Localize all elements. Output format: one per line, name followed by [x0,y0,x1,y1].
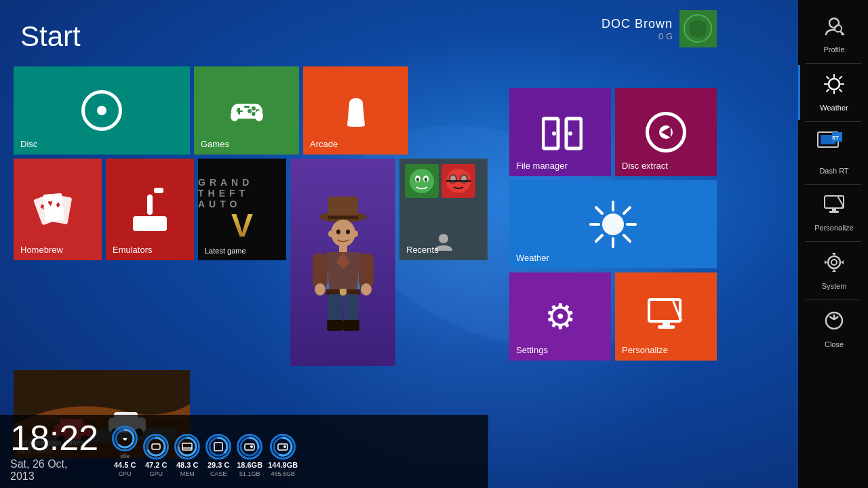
sidebar-personalize-label: Personalize [814,224,853,232]
svg-point-16 [336,230,340,235]
divider-3 [805,184,861,185]
svg-point-91 [283,445,286,448]
svg-rect-29 [359,253,374,287]
system-stats: ❤ idle 44.5 C CPU [112,426,298,477]
sidebar-item-personalize[interactable]: Personalize [798,186,868,240]
disc-extract-icon [646,112,686,152]
svg-line-112 [838,197,843,205]
svg-point-32 [410,169,434,193]
svg-rect-26 [327,320,343,331]
hdd1-ring [237,434,262,460]
stat-mem: 48.3 C MEM [174,434,200,477]
stat-case: 29.3 C CASE [205,434,231,477]
case-ring [205,434,231,460]
svg-point-36 [425,178,427,182]
tile-settings[interactable]: ⚙ Settings [509,272,611,361]
file-manager-icon [542,115,579,149]
tile-file-manager[interactable]: File manager [509,88,611,176]
tile-disc[interactable]: Disc [14,66,190,155]
mem-label: MEM [180,470,195,477]
tile-games[interactable]: Games [194,66,299,155]
svg-line-101 [827,77,829,79]
cpu-temp: 44.5 C [114,461,136,469]
svg-point-87 [250,445,253,448]
sidebar-item-close[interactable]: Close [798,302,868,357]
sidebar-item-weather[interactable]: Weather [798,65,868,120]
cards-icon: ♠ ♥ ♦ [37,192,78,226]
personalize-icon [648,298,685,335]
user-name: DOC Brown [601,17,673,31]
cowboy-svg [302,184,384,333]
svg-rect-79 [182,443,192,450]
svg-line-118 [830,317,833,319]
close-icon-sidebar [823,310,845,336]
personalize-icon-sidebar [823,195,845,220]
svg-point-18 [328,230,334,237]
svg-point-17 [346,230,350,235]
gpu-ring [143,434,169,460]
tile-arcade[interactable]: Arcade [303,66,408,155]
tile-arcade-label: Arcade [310,139,338,149]
tile-homebrew[interactable]: ♠ ♥ ♦ Homebrew [14,159,102,260]
svg-line-64 [596,235,602,241]
divider-4 [805,241,861,242]
right-tiles: File manager Disc extract [509,88,717,361]
stat-hdd2: 144.9GB 465.6GB [268,434,298,477]
sidebar-weather-label: Weather [820,104,848,112]
tile-latest-game[interactable]: Grand Theft Auto V Latest game [198,159,286,260]
svg-text:RT: RT [832,136,839,140]
svg-point-19 [353,230,358,237]
svg-point-55 [552,131,556,136]
hdd2-size: 144.9GB [268,461,298,469]
mem-ring [174,434,200,460]
profile-icon [823,15,845,41]
gamerscore-icon: G [666,31,673,41]
svg-point-43 [439,234,448,243]
sidebar-item-profile[interactable]: Profile [798,7,868,62]
tile-personalize[interactable]: Personalize [615,272,717,361]
gamepad-icon [228,97,266,124]
sidebar-item-system[interactable]: System [798,243,868,298]
tile-disc-extract[interactable]: Disc extract [615,88,717,176]
character-avatar [290,159,395,359]
tile-homebrew-label: Homebrew [20,245,63,255]
recent-icon-2 [441,164,475,198]
gpu-temp: 47.2 C [145,461,167,469]
svg-point-11 [255,110,263,121]
user-points: 0 G [601,31,673,41]
svg-rect-68 [658,325,675,329]
svg-line-62 [624,235,630,241]
svg-text:❤: ❤ [123,436,127,443]
svg-rect-83 [214,443,222,451]
cpu-ring: ❤ [112,426,138,451]
tile-emulators[interactable]: Emulators [106,159,194,260]
joystick-icon [133,188,167,231]
avatar [679,10,717,47]
svg-point-15 [331,220,355,247]
svg-line-104 [827,89,829,92]
svg-rect-23 [340,289,347,296]
recent-icon-1 [405,164,439,198]
svg-point-31 [361,283,372,296]
tile-character[interactable] [290,159,395,366]
hdd1-sub: 51.1GB [239,470,260,477]
svg-point-30 [315,283,326,296]
svg-rect-14 [328,216,358,219]
sidebar-item-dashrt[interactable]: RT Dash RT [798,123,868,183]
tile-file-manager-label: File manager [516,161,568,171]
svg-point-114 [828,256,840,268]
case-label: CASE [210,470,227,477]
gtav-logo: Grand Theft Auto V [198,159,286,260]
settings-gear-icon: ⚙ [545,296,576,337]
svg-rect-76 [152,444,160,449]
tile-recents[interactable]: Recents [399,159,488,260]
hdd2-ring [270,434,296,460]
svg-point-56 [568,131,572,136]
tile-games-label: Games [201,139,229,149]
divider-5 [805,300,861,300]
divider-1 [805,63,861,64]
recents-icons [405,164,475,198]
tile-personalize-label: Personalize [622,345,668,355]
mem-temp: 48.3 C [176,461,198,469]
tile-weather[interactable]: Weather [509,180,717,268]
